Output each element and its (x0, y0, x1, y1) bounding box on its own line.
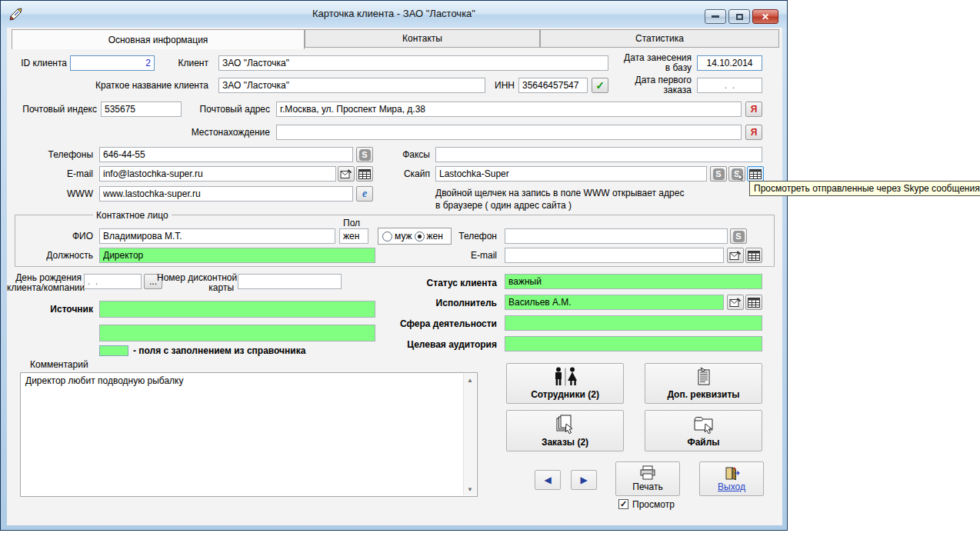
skype-icon: S (713, 168, 725, 180)
maximize-button[interactable] (728, 9, 750, 24)
phones-field[interactable] (99, 147, 353, 162)
www-hint-line2: в браузере ( один адрес сайта ) (435, 200, 572, 211)
fio-field[interactable] (99, 228, 335, 244)
prev-record-button[interactable]: ◀ (535, 470, 561, 490)
preview-checkbox-label: Просмотр (632, 499, 675, 510)
radio-female[interactable] (415, 232, 425, 242)
source-field-2[interactable] (99, 325, 375, 341)
skype-field[interactable] (435, 166, 707, 182)
www-field[interactable] (99, 186, 353, 202)
date-added-label: в базу (599, 63, 692, 73)
skype-chat-button[interactable]: S (728, 166, 745, 182)
print-button[interactable]: Печать (615, 461, 680, 496)
tab-contacts[interactable]: Контакты (305, 29, 540, 48)
inn-label: ИНН (490, 78, 515, 93)
client-status-field[interactable] (505, 274, 762, 289)
executor-compose-email-button[interactable] (727, 295, 744, 310)
employees-button[interactable]: Сотрудники (2) (506, 363, 624, 404)
skype-messages-button[interactable] (747, 166, 764, 182)
skype-call-button[interactable]: S (356, 147, 373, 162)
exit-button[interactable]: Выход (699, 461, 764, 496)
compose-email-button[interactable] (338, 166, 355, 182)
files-button-label: Файлы (687, 437, 719, 448)
skype-call-contact-button[interactable]: S (710, 166, 727, 182)
source-field-1[interactable] (99, 301, 375, 318)
files-button[interactable]: Файлы (645, 410, 762, 451)
green-field-legend-swatch (99, 345, 128, 356)
exit-door-icon (723, 466, 740, 480)
minimize-button[interactable] (705, 9, 726, 24)
contact-phone-field[interactable] (505, 228, 728, 244)
contact-email-field[interactable] (505, 248, 724, 263)
short-name-label: Краткое название клиента (53, 78, 208, 93)
tab-label: Контакты (402, 33, 442, 44)
tab-statistics[interactable]: Статистика (540, 29, 779, 48)
position-field[interactable] (99, 248, 375, 263)
open-in-browser-button[interactable]: e (356, 186, 373, 202)
client-field[interactable] (218, 55, 608, 71)
additional-requisites-button-label: Доп. реквизиты (667, 389, 739, 400)
comment-label: Комментарий (30, 359, 88, 370)
orders-button[interactable]: Заказы (2) (506, 410, 624, 451)
client-status-label: Статус клиента (384, 275, 497, 291)
contact-compose-email-button[interactable] (727, 248, 744, 263)
comment-textarea[interactable]: Директор любит подводную рыбалку (21, 373, 464, 496)
client-card-window: Карточка клиента - ЗАО "Ласточка" ✕ Осно… (0, 0, 788, 531)
next-record-button[interactable]: ▶ (571, 470, 597, 490)
envelope-icon (729, 298, 742, 308)
skype-messages-tooltip: Просмотреть отправленные через Skype соо… (749, 181, 980, 196)
table-icon (749, 169, 762, 179)
postcode-field[interactable] (101, 102, 182, 117)
executor-label: Исполнитель (415, 295, 497, 311)
activity-sphere-label: Сфера деятельности (392, 316, 497, 331)
table-icon (748, 298, 760, 308)
minimize-icon (712, 15, 719, 18)
scroll-down-icon[interactable]: ▼ (464, 483, 476, 495)
envelope-icon (340, 169, 352, 179)
print-button-label: Печать (632, 481, 662, 492)
contact-skype-call-button[interactable]: S (730, 228, 747, 244)
skype-icon: S (733, 231, 745, 242)
contact-email-history-button[interactable] (745, 248, 762, 263)
source-label: Источник (38, 301, 93, 317)
phones-label: Телефоны (39, 147, 93, 162)
skype-label: Скайп (395, 166, 430, 182)
date-added-field[interactable] (697, 55, 762, 71)
activity-sphere-field[interactable] (505, 315, 762, 331)
employees-icon (552, 367, 579, 387)
yandex-map-location-button[interactable]: Я (745, 125, 762, 140)
birthday-field[interactable] (84, 274, 142, 289)
exit-button-label: Выход (718, 481, 745, 492)
postal-address-field[interactable] (276, 102, 742, 117)
radio-female-label: жен (427, 231, 443, 242)
gender-display-field[interactable] (339, 228, 368, 244)
radio-male-label: муж (395, 231, 412, 242)
discount-card-field[interactable] (238, 274, 342, 289)
executor-list-button[interactable] (745, 295, 762, 310)
target-audience-field[interactable] (505, 336, 762, 351)
short-name-field[interactable] (218, 78, 485, 93)
preview-checkbox[interactable]: ✓ (618, 499, 628, 509)
check-icon: ✓ (620, 500, 627, 508)
green-field-legend-text: - поля с заполнением из справочника (133, 345, 305, 356)
client-label: Клиент (145, 55, 208, 71)
yandex-map-address-button[interactable]: Я (745, 102, 762, 117)
fax-label: Факсы (392, 147, 430, 162)
additional-requisites-button[interactable]: Доп. реквизиты (645, 363, 762, 404)
scroll-up-icon[interactable]: ▲ (464, 374, 476, 386)
close-button[interactable]: ✕ (752, 9, 778, 24)
email-field[interactable] (99, 166, 336, 182)
email-history-button[interactable] (356, 166, 373, 182)
skype-icon: S (359, 149, 371, 161)
executor-field[interactable] (505, 295, 724, 310)
titlebar[interactable]: Карточка клиента - ЗАО "Ласточка" ✕ (1, 1, 787, 28)
fax-field[interactable] (435, 147, 762, 162)
id-field[interactable] (70, 55, 155, 71)
tab-main-info[interactable]: Основная информация (12, 29, 305, 49)
postal-address-label: Почтовый адрес (192, 102, 270, 117)
radio-male[interactable] (382, 232, 392, 242)
inn-field[interactable] (518, 78, 588, 93)
first-order-date-field[interactable] (697, 78, 762, 93)
location-field[interactable] (276, 125, 742, 140)
comment-scrollbar[interactable]: ▲ ▼ (463, 374, 476, 495)
